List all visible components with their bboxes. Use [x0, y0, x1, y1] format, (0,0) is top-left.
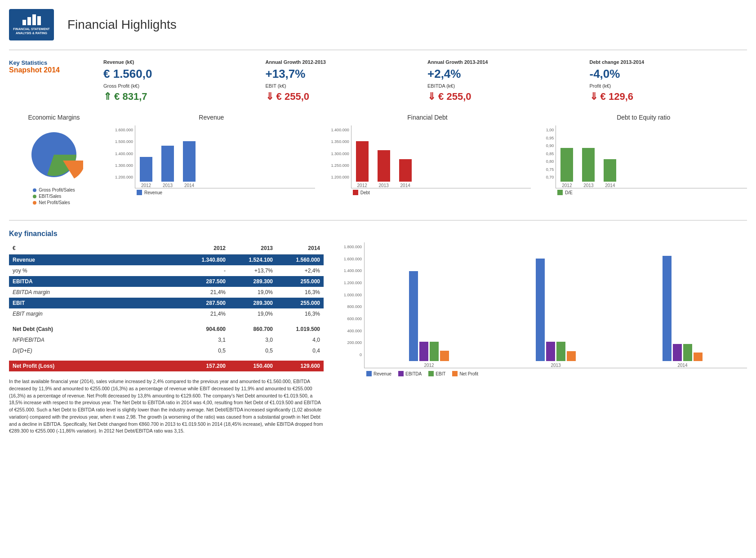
financials-table-wrap: € 2012 2013 2014 Revenue 1.340.800 1.524…	[9, 242, 324, 435]
col-header-2012: 2012	[182, 242, 229, 254]
big-y-3: 600.000	[347, 317, 362, 321]
d-de-2012: 0,5	[182, 345, 229, 356]
financials-header-row: € 2012 2013 2014	[9, 242, 324, 254]
ebitda-row-label: EBITDA	[9, 276, 182, 287]
y-label-2: 1.300.000	[115, 163, 133, 168]
table-row-ebit: EBIT 287.500 289.300 255.000	[9, 298, 324, 308]
spacer-cell-1	[9, 319, 324, 324]
page-header: FINANCIAL STATEMENT ANALYSIS & RATING Fi…	[9, 9, 747, 40]
table-row-spacer2	[9, 356, 324, 361]
debt-equity-title: Debt to Equity ratio	[540, 114, 747, 121]
big-y-0: 0	[360, 353, 362, 357]
revenue-y-axis: 1.600.000 1.500.000 1.400.000 1.300.000 …	[108, 125, 135, 188]
ebitda-row-2013: 289.300	[229, 276, 276, 287]
big-chart-with-yaxis: 1.800.000 1.600.000 1.400.000 1.200.000 …	[337, 242, 747, 368]
ebit-margin-2014: 16,3%	[276, 308, 324, 319]
revenue-chart-inner: 1.600.000 1.500.000 1.400.000 1.300.000 …	[108, 125, 315, 188]
debt-equity-chart: Debt to Equity ratio 1,00 0,95 0,90 0,85…	[540, 114, 747, 206]
debt-y-3: 1.300.000	[331, 152, 349, 156]
de-y-2: 0,75	[546, 167, 554, 172]
de-y-3: 0,80	[546, 159, 554, 164]
debt-legend-box	[353, 190, 358, 195]
economic-margins-title: Economic Margins	[9, 114, 99, 121]
ebit-margin-2012: 21,4%	[182, 308, 229, 319]
table-row-ebitda: EBITDA 287.500 289.300 255.000	[9, 276, 324, 287]
top-divider	[9, 49, 747, 50]
debt-bar-2014-label: 2014	[400, 183, 410, 188]
big-bar-2013-netprofit	[567, 351, 576, 361]
big-legend-ebit: EBIT	[428, 371, 445, 376]
debt-bar-2012: 2012	[356, 141, 369, 188]
revenue-bars: 2012 2013 2014	[135, 125, 315, 188]
big-bar-2014-ebit	[683, 344, 692, 361]
revenue-bar-2014-label: 2014	[184, 183, 194, 188]
big-bar-2013-ebitda	[546, 342, 555, 361]
de-bar-2013: 2013	[582, 148, 595, 188]
big-bar-2014-revenue	[663, 256, 672, 361]
debt-y-5: 1.400.000	[331, 128, 349, 132]
key-stats-labels: Key Statistics Snapshot 2014	[9, 59, 99, 81]
big-y-1: 200.000	[347, 340, 362, 345]
ebit-margin-2013: 19,0%	[229, 308, 276, 319]
revenue-bar-2014-rect	[183, 141, 196, 182]
table-row-net-debt: Net Debt (Cash) 904.600 860.700 1.019.50…	[9, 324, 324, 335]
revenue-bar-2013-label: 2013	[163, 183, 173, 188]
ebit-row-2012: 287.500	[182, 298, 229, 308]
profit-value: ⇓ € 129,6	[590, 91, 743, 103]
big-chart-container: 1.800.000 1.600.000 1.400.000 1.200.000 …	[337, 242, 747, 376]
big-legend-revenue: Revenue	[366, 371, 391, 376]
big-y-6: 1.200.000	[344, 281, 362, 285]
big-bar-2012-ebit	[430, 342, 439, 361]
big-y-4: 800.000	[347, 304, 362, 309]
ebitda-row-2012: 287.500	[182, 276, 229, 287]
gross-profit-value: ⇑ € 831,7	[103, 91, 257, 103]
de-bar-2013-label: 2013	[583, 183, 593, 188]
financials-table: € 2012 2013 2014 Revenue 1.340.800 1.524…	[9, 242, 324, 371]
ebitda-margin-2013: 19,0%	[229, 287, 276, 298]
spacer-cell-2	[9, 356, 324, 361]
legend-item-gp: Gross Profit/Sales	[33, 187, 75, 192]
debt-bar-2013: 2013	[378, 150, 390, 188]
financial-debt-inner: 1.400.000 1.350.000 1.300.000 1.250.000 …	[324, 125, 531, 188]
big-legend-ebitda: EBITDA	[398, 371, 422, 376]
debt-bar-2013-rect	[378, 150, 390, 182]
de-chart-legend: D/E	[557, 190, 747, 195]
de-bar-2014: 2014	[604, 159, 616, 188]
gross-profit-label: Gross Profit (k€)	[103, 83, 257, 89]
logo-bar-2	[27, 17, 31, 25]
ebitda-margin-label: EBITDA margin	[9, 287, 182, 298]
y-label-3: 1.400.000	[115, 152, 133, 156]
big-group-2012: 2012	[369, 271, 489, 368]
de-y-5: 0,90	[546, 143, 554, 148]
table-row-ebit-margin: EBIT margin 21,4% 19,0% 16,3%	[9, 308, 324, 319]
debt-bar-2012-rect	[356, 141, 369, 182]
de-y-6: 0,95	[546, 136, 554, 140]
big-group-2014-bars	[663, 256, 703, 361]
big-bar-2013-revenue	[536, 259, 545, 361]
de-y-axis: 1,00 0,95 0,90 0,85 0,80 0,75 0,70	[540, 125, 556, 188]
d-de-label: D/(D+E)	[9, 345, 182, 356]
middle-divider	[9, 220, 747, 221]
revenue-chart-title: Revenue	[108, 114, 315, 121]
legend-dot-gp	[33, 188, 36, 192]
logo: FINANCIAL STATEMENT ANALYSIS & RATING	[9, 9, 54, 40]
table-row-revenue: Revenue 1.340.800 1.524.100 1.560.000	[9, 254, 324, 266]
big-legend-netprofit-box	[452, 371, 458, 376]
revenue-stat: Revenue (k€) € 1.560,0	[99, 59, 261, 81]
annual-growth-2013-2014-value: +2,4%	[427, 67, 581, 81]
revenue-row-2014: 1.560.000	[276, 254, 324, 266]
big-bar-2012-ebitda	[419, 342, 428, 361]
page-title: Financial Highlights	[67, 18, 177, 32]
net-debt-2014: 1.019.500	[276, 324, 324, 335]
debt-change-value: -4,0%	[590, 67, 743, 81]
annual-growth-2012-2013-value: +13,7%	[266, 67, 419, 81]
revenue-row-label: Revenue	[9, 254, 182, 266]
nfp-ebitda-2014: 4,0	[276, 335, 324, 345]
y-label-1: 1.200.000	[115, 175, 133, 179]
yoy-label: yoy %	[9, 265, 182, 276]
col-header-2014: 2014	[276, 242, 324, 254]
legend-item-np: Net Profit/Sales	[33, 200, 75, 205]
de-legend-label: D/E	[565, 190, 573, 195]
net-profit-2014: 129.600	[276, 361, 324, 371]
debt-change-label: Debt change 2013-2014	[590, 59, 743, 65]
